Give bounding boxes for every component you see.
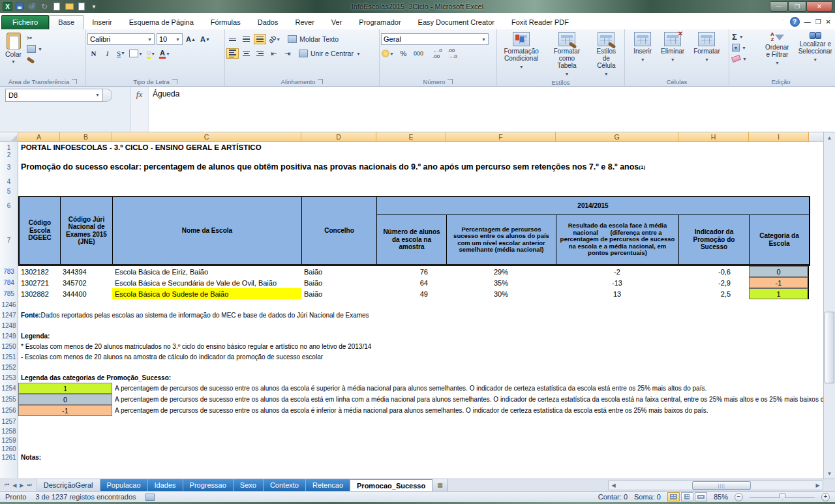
sort-filter-button[interactable]: AZ Ordenar e Filtrar▼ <box>762 31 793 68</box>
column-header-B[interactable]: B <box>60 132 112 142</box>
format-cells-button[interactable]: Formatar▼ <box>690 31 723 65</box>
row-number[interactable]: 783 <box>0 266 18 277</box>
cell[interactable]: Fonte: Dados reportados pelas escolas ao… <box>18 310 809 320</box>
tab-programador[interactable]: Programador <box>350 16 409 29</box>
column-header-E[interactable]: E <box>376 132 446 142</box>
close-button[interactable]: ✕ <box>806 1 832 12</box>
wrap-text-button[interactable]: Moldar Texto <box>288 33 339 45</box>
align-bottom-button[interactable] <box>254 34 266 44</box>
cell[interactable]: Legenda das categorias de Promoção_Suces… <box>18 372 809 383</box>
cell[interactable]: -2,9 <box>678 277 749 288</box>
column-header-A[interactable]: A <box>18 132 60 142</box>
ribbon-collapse-icon[interactable]: ⌃ <box>780 19 785 25</box>
row-number[interactable] <box>0 462 18 478</box>
column-header-I[interactable]: I <box>749 132 809 142</box>
header-cell-e[interactable]: Número de alunos da escola na amostra <box>376 215 446 264</box>
row-number[interactable]: 1246 <box>0 299 18 310</box>
thousands-button[interactable]: 000 <box>412 48 425 59</box>
sheet-tab-contexto[interactable]: Contexto <box>264 479 306 491</box>
autosum-button[interactable]: Σ▼ <box>732 32 758 41</box>
italic-button[interactable]: I <box>101 48 114 59</box>
macro-record-icon[interactable] <box>145 494 155 501</box>
header-cell-g[interactable]: Resultado da escola face à média naciona… <box>556 215 678 264</box>
cell[interactable]: 345702 <box>60 277 112 288</box>
normal-view-button[interactable] <box>667 492 680 501</box>
cell[interactable]: Promoção do sucesso escolar: percentagem… <box>18 157 809 177</box>
cell[interactable]: -0,6 <box>678 266 749 277</box>
header-cell-i[interactable]: Categoria da Escola <box>749 215 809 264</box>
column-header-D[interactable]: D <box>301 132 376 142</box>
number-format-combo[interactable]: Geral▼ <box>381 33 489 45</box>
cell[interactable]: A percentagem de percursos de sucesso en… <box>112 405 809 416</box>
row-number[interactable]: 1256 <box>0 405 18 416</box>
scroll-left-icon[interactable]: ◀ <box>609 482 618 488</box>
borders-button[interactable]: ▼ <box>129 48 144 59</box>
cell[interactable]: 1302882 <box>18 288 60 299</box>
cell[interactable]: Baião <box>301 277 376 288</box>
delete-cells-button[interactable]: ✕ Eliminar▼ <box>658 31 688 65</box>
cell[interactable]: -1 <box>749 277 809 288</box>
header-cell-a[interactable]: Código Escola DGEEC <box>18 196 60 264</box>
row-number[interactable]: 1260 <box>0 445 18 453</box>
next-sheet-icon[interactable]: ▶ <box>20 482 23 488</box>
cell[interactable]: 30% <box>446 288 556 299</box>
sheet-tab-populacao[interactable]: Populacao <box>100 479 148 491</box>
vertical-scrollbar[interactable]: ▲ ▼ <box>823 132 835 479</box>
cell[interactable]: Escola Básica e Secundária de Vale de Ov… <box>112 277 301 288</box>
cell[interactable]: Escola Básica de Eiriz, Baião <box>112 266 301 277</box>
header-cell-b[interactable]: Código Júri Nacional de Exames 2015 (JNE… <box>60 196 112 264</box>
font-color-button[interactable]: A▼ <box>159 48 171 59</box>
row-number[interactable]: 7 <box>0 215 18 266</box>
tab-rever[interactable]: Rever <box>286 16 322 29</box>
cell[interactable]: Baião <box>301 266 376 277</box>
zoom-level[interactable]: 85% <box>714 493 728 501</box>
cell[interactable]: - Escolas com menos de 20 alunos na amos… <box>18 351 809 362</box>
sheet-tab-promocao-sucesso[interactable]: Promocao_Sucesso <box>350 479 433 491</box>
name-box-splitter[interactable] <box>103 89 112 102</box>
row-number[interactable]: 2 <box>0 153 18 157</box>
tab-esquema[interactable]: Esquema de Página <box>121 16 202 29</box>
row-number[interactable]: 1261 <box>0 453 18 462</box>
page-layout-view-button[interactable] <box>681 492 693 501</box>
cell[interactable]: -1 <box>18 405 112 416</box>
decrease-decimal-button[interactable]: .00→.0 <box>446 48 459 59</box>
workbook-minimize-icon[interactable]: — <box>804 18 811 25</box>
copy-button[interactable]: ▼ <box>27 44 53 53</box>
insert-cells-button[interactable]: Inserir▼ <box>630 31 655 65</box>
zoom-out-icon[interactable]: − <box>735 493 743 501</box>
decrease-indent-button[interactable]: ⇤ <box>267 48 280 59</box>
last-sheet-icon[interactable]: ⏭ <box>27 482 32 488</box>
cell[interactable]: Legenda: <box>18 331 809 341</box>
cell[interactable]: 344400 <box>60 288 112 299</box>
row-number[interactable]: 1258 <box>0 426 18 436</box>
column-header-C[interactable]: C <box>112 132 301 142</box>
cut-button[interactable]: ✂ <box>27 33 53 42</box>
zoom-in-icon[interactable]: + <box>821 493 830 501</box>
sheet-tab-sexo[interactable]: Sexo <box>234 479 264 491</box>
horizontal-scroll-thumb[interactable]: |||| <box>692 481 751 490</box>
bold-button[interactable]: N <box>87 48 100 59</box>
row-number[interactable]: 4 <box>0 177 18 186</box>
cell[interactable]: 344394 <box>60 266 112 277</box>
workbook-restore-icon[interactable]: ❐ <box>815 18 821 25</box>
paste-button[interactable]: Colar▼ <box>1 31 25 66</box>
tab-dados[interactable]: Dados <box>249 16 287 29</box>
row-number[interactable]: 1251 <box>0 351 18 362</box>
cell[interactable]: 0 <box>749 266 809 277</box>
zoom-slider-thumb[interactable] <box>780 494 785 501</box>
alignment-dialog-launcher-icon[interactable] <box>318 79 323 84</box>
cell[interactable]: 49 <box>376 288 446 299</box>
cell[interactable]: Notas: <box>18 453 809 462</box>
clipboard-dialog-launcher-icon[interactable] <box>72 79 77 84</box>
restore-button[interactable]: ❐ <box>788 1 806 12</box>
cell-styles-button[interactable]: Estilos de Célula▼ <box>590 31 623 79</box>
percent-button[interactable]: % <box>397 48 410 59</box>
tab-base[interactable]: Base <box>49 15 84 29</box>
workbook-close-icon[interactable]: ✕ <box>826 18 831 25</box>
tab-easy-document-creator[interactable]: Easy Document Creator <box>410 16 503 29</box>
align-right-button[interactable] <box>254 48 266 59</box>
clear-button[interactable]: ▼ <box>732 54 758 63</box>
page-break-view-button[interactable] <box>695 492 707 501</box>
zoom-slider[interactable] <box>750 497 815 497</box>
cell[interactable]: 1 <box>749 288 809 299</box>
